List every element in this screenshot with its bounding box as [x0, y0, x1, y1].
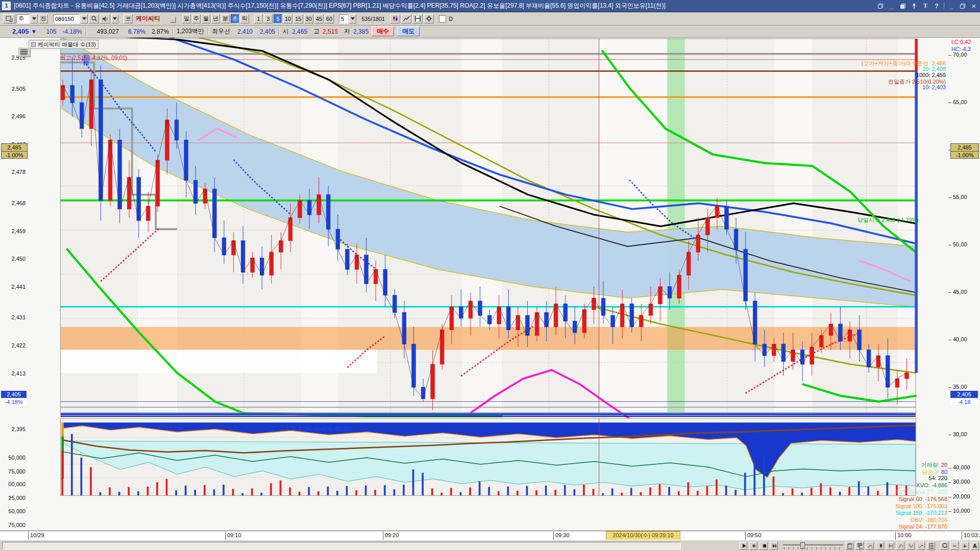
chart-area[interactable]: 2,5152,5052,4962,4872,4782,4682,4592,450…	[0, 38, 980, 540]
candle-chart-icon	[392, 15, 399, 22]
progress-track[interactable]	[2, 542, 681, 549]
pin-icon[interactable]	[910, 2, 918, 10]
stock-code-input[interactable]: 089150	[53, 14, 80, 23]
window-select-button[interactable]	[3, 14, 15, 23]
interval-button-1[interactable]: 1	[254, 14, 263, 23]
price-box-percent: -1.00%	[1, 151, 28, 159]
indicator-left-axis-label: 00,000	[1, 481, 26, 487]
indicator-stack-label: Signal 60: -176.568	[899, 496, 947, 502]
minimize-alt-icon[interactable]: _	[888, 2, 896, 10]
indicator-value-label: 10: 2,408	[922, 66, 946, 72]
zoom-button[interactable]	[940, 542, 948, 550]
help-icon[interactable]: ?	[933, 2, 941, 10]
tick-combo-arrow-icon[interactable]	[349, 14, 356, 23]
alert-price-box: 2,485	[1, 143, 28, 152]
d-checkbox[interactable]	[439, 15, 446, 22]
price-change-pct: -4.18%	[62, 28, 82, 35]
legend-square-icon	[31, 42, 36, 47]
interval-button-5[interactable]: 5	[274, 14, 282, 23]
indicator-stack-label: 54: 220	[928, 475, 947, 481]
chart-legend[interactable]: 케이씨티 매물대 수(13)	[29, 40, 99, 49]
tool-type2-button[interactable]	[886, 542, 894, 550]
prev-stock-button[interactable]: 전	[39, 14, 48, 23]
buy-button[interactable]: 매수	[372, 27, 394, 36]
env-combo[interactable]: 주	[16, 14, 30, 23]
price-box-percent: -4.18%	[1, 398, 27, 405]
best-quote-label: 최우선	[212, 27, 230, 36]
indicator-stack-label: OBV: -180,704	[911, 517, 947, 523]
tool-type4-button[interactable]	[906, 542, 915, 550]
env-combo-arrow-icon[interactable]	[31, 14, 38, 23]
best-ask: 2,410	[237, 28, 253, 35]
popup-icon[interactable]	[876, 2, 885, 10]
axis-tick	[948, 482, 951, 483]
interval-button-30[interactable]: 30	[304, 14, 313, 23]
settings-button[interactable]	[424, 14, 434, 23]
axis-tick	[948, 387, 951, 388]
interval-button-15[interactable]: 15	[293, 14, 303, 23]
restore-icon[interactable]	[959, 2, 967, 10]
tool-type1-button[interactable]	[876, 542, 884, 550]
interval-button-60[interactable]: 60	[325, 14, 334, 23]
forward-icon	[771, 542, 776, 549]
sell-button[interactable]: 매도	[397, 27, 420, 36]
indicator-stack-label: KVO: -4.886	[916, 482, 947, 488]
playback-play-button[interactable]	[739, 542, 747, 550]
interval-button-3[interactable]: 3	[264, 14, 273, 23]
low-price: 2,385	[353, 28, 369, 35]
save-button[interactable]	[412, 14, 423, 23]
tool-copy-button[interactable]	[845, 542, 853, 550]
period-button-분[interactable]: 분	[221, 14, 230, 23]
axis-tick	[948, 55, 951, 56]
speed-slider[interactable]	[783, 542, 840, 550]
lc-label: LC:0,42	[951, 39, 971, 45]
playback-rewind-button[interactable]	[749, 542, 757, 550]
search-button[interactable]	[89, 14, 99, 23]
line-chart-button[interactable]	[401, 14, 411, 23]
tool-windows-button[interactable]	[855, 542, 864, 550]
interval-button-10[interactable]: 10	[283, 14, 292, 23]
zoom-out-button[interactable]: −	[950, 542, 959, 550]
copy-icon	[847, 542, 852, 549]
period-button-주[interactable]: 주	[192, 14, 201, 23]
open-label: 시	[283, 27, 289, 36]
period-button-틱[interactable]: 틱	[240, 14, 249, 23]
time-axis-label: 09:30	[553, 532, 570, 540]
code-dropdown-icon[interactable]	[81, 14, 88, 23]
time-axis-label: 10:00	[895, 532, 912, 540]
window-controls: _T?_×	[876, 2, 978, 10]
minimize-icon[interactable]: _	[947, 2, 955, 10]
indicator-value-label: 1000: 2,459	[916, 72, 946, 78]
sound-button[interactable]	[100, 14, 110, 23]
time-cursor-box: 2024/10/30(수) 09:39:10	[606, 531, 680, 540]
period-button-일[interactable]: 일	[182, 14, 191, 23]
playback-forward-button[interactable]	[770, 542, 778, 550]
close-icon[interactable]: ×	[970, 2, 978, 10]
tool-chart-x-button[interactable]	[866, 542, 874, 550]
down-arrow-icon: ▼	[31, 28, 37, 35]
price-change: 105	[46, 28, 56, 35]
period-button-월[interactable]: 월	[202, 14, 210, 23]
period-button-년[interactable]: 년	[211, 14, 220, 23]
zoom-in-button[interactable]: +	[961, 542, 969, 550]
volume: 493,027	[97, 28, 119, 35]
tool-grid-button[interactable]	[927, 542, 935, 550]
auto-scale-button[interactable]: A	[971, 542, 979, 550]
tool-type5-button[interactable]	[917, 542, 925, 550]
main-chart-canvas[interactable]	[0, 38, 980, 531]
period-button-초[interactable]: 초	[231, 14, 239, 23]
interval-button-45[interactable]: 45	[314, 14, 324, 23]
percent-axis-label: 30,00	[953, 431, 967, 437]
tick-count-combo[interactable]: 5	[339, 14, 348, 23]
grid-tool-button[interactable]	[17, 47, 31, 57]
text-tool-icon[interactable]: T	[921, 2, 929, 10]
stock-name-field[interactable]: 케이씨티	[134, 14, 169, 23]
copy-icon[interactable]	[899, 2, 907, 10]
candle-chart-button[interactable]	[390, 14, 400, 23]
tool-type3-button[interactable]	[896, 542, 904, 550]
stock-name-resize-icon[interactable]	[170, 17, 176, 23]
sound-dropdown-icon[interactable]	[111, 14, 118, 23]
playback-stop-button[interactable]	[760, 542, 768, 550]
price-axis-label: 2,413	[1, 370, 26, 377]
axis-tick	[948, 245, 951, 245]
